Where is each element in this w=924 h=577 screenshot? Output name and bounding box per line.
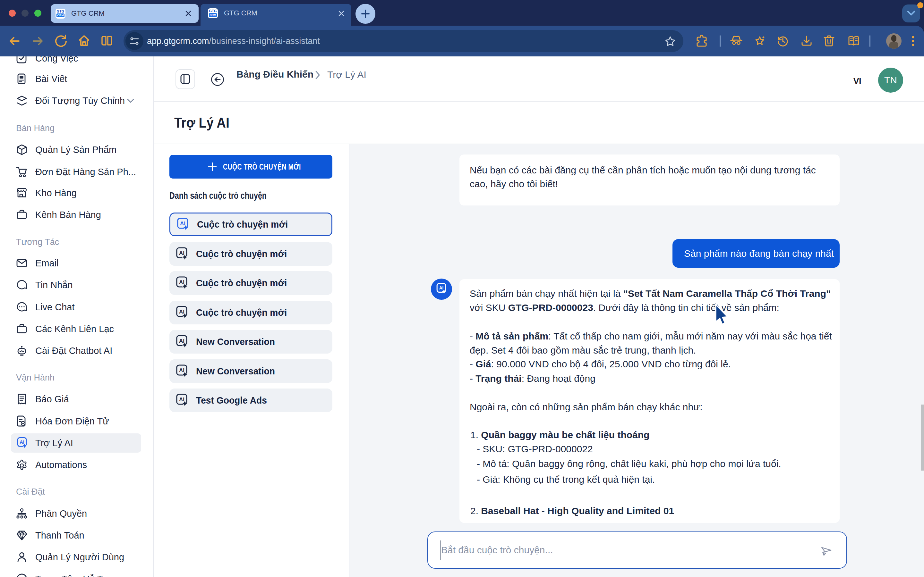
svg-text:AI: AI bbox=[180, 221, 186, 227]
svg-text:AI: AI bbox=[439, 285, 444, 290]
svg-text:AI: AI bbox=[179, 338, 184, 344]
svg-text:AI: AI bbox=[179, 367, 184, 374]
svg-text:AI: AI bbox=[179, 250, 184, 256]
svg-text:AI: AI bbox=[19, 440, 24, 445]
svg-text:AI: AI bbox=[179, 396, 184, 403]
svg-text:AI: AI bbox=[179, 279, 184, 285]
svg-text:AI: AI bbox=[179, 309, 184, 315]
